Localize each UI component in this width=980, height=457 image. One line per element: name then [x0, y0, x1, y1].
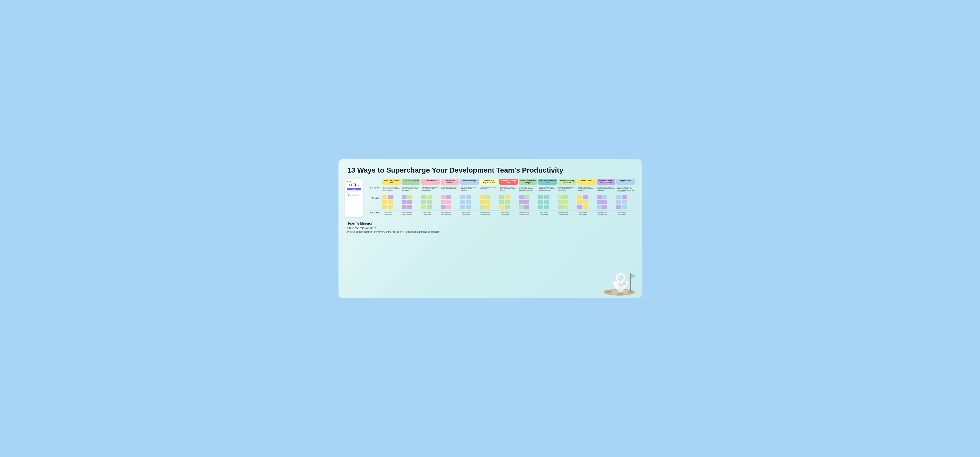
action-item[interactable]: + Add action item [422, 214, 439, 216]
sticky [441, 200, 445, 204]
action-item[interactable]: + Add action item [578, 214, 596, 216]
action-item[interactable]: + Add action item [383, 211, 401, 214]
action-item[interactable]: + Add action item [597, 214, 615, 216]
sticky [602, 195, 607, 199]
sticky [480, 200, 485, 204]
action-cell-3: + Add action item + Add action item [421, 211, 440, 216]
stickies-col-4 [441, 195, 459, 209]
sticky [616, 200, 621, 204]
action-item[interactable]: + Add action item [539, 211, 557, 214]
sticky [538, 200, 543, 204]
action-item[interactable]: + Add action item [617, 211, 635, 214]
sticky [505, 200, 510, 204]
helmet-shine [618, 275, 620, 277]
plus-icon: + [617, 211, 618, 214]
start-button[interactable]: Start [347, 188, 361, 190]
row-label-space [366, 179, 381, 185]
action-item[interactable]: + Add action item [519, 214, 537, 216]
sticky [622, 195, 627, 199]
astronaut-illustration [601, 251, 637, 296]
action-item[interactable]: + Add action item [558, 214, 576, 216]
desc-cell-3: Regularly clean up old, messy code to ke… [421, 186, 440, 193]
action-item[interactable]: + Add action item [441, 214, 459, 216]
action-item[interactable]: + Add action item [480, 211, 498, 214]
plus-icon: + [578, 211, 579, 214]
action-item[interactable]: + Add action item [519, 211, 537, 214]
action-cell-6: + Add action item + Add action item [480, 211, 498, 216]
sticky [446, 195, 451, 199]
action-cell-5: + Add action item + Add action item [460, 211, 479, 216]
action-cell-10: + Add action item + Add action item [558, 211, 576, 216]
add-member-text: 👤 Add team member [348, 195, 361, 196]
col-header-6: Break Down Dependencies [480, 179, 498, 185]
plus-icon: + [597, 214, 598, 216]
action-item[interactable]: + Add action item [558, 211, 576, 214]
plus-icon: + [500, 211, 501, 214]
action-item[interactable]: + Add action item [402, 211, 420, 214]
mission-section: Team's Mission State the mission here. P… [345, 222, 635, 233]
col-header-13: Align Priorities [616, 179, 635, 185]
main-content: ⏱ Timer 30 mins Start People 👤 Add team … [345, 179, 635, 217]
plus-icon: + [500, 214, 501, 216]
sticky [505, 195, 510, 199]
stickies-col-8 [519, 195, 538, 209]
outer-container: 13 Ways to Supercharge Your Development … [334, 155, 646, 302]
action-item[interactable]: + Add action item [461, 214, 479, 216]
col-header-8: Keep Documentation Simple [519, 179, 538, 185]
action-item[interactable]: + Add action item [422, 211, 439, 214]
description-row: Description Make sure everyone knows exa… [366, 186, 635, 193]
sticky [402, 195, 406, 199]
action-item[interactable]: + Add action item [500, 211, 517, 214]
action-item[interactable]: + Add action item [617, 214, 635, 216]
action-item[interactable]: + Add action item [461, 211, 479, 214]
action-item[interactable]: + Add action item [480, 214, 498, 216]
col-header-1: Clear Goals, Clear Path [382, 179, 401, 185]
action-cell-8: + Add action item + Add action item [519, 211, 538, 216]
close-dot [347, 181, 348, 182]
desc-cell-9: Minimize interruptions and distractions … [538, 186, 557, 193]
person-icon: 👤 [348, 195, 349, 196]
sticky [622, 200, 627, 204]
user-row: 👤 Add team member [347, 194, 361, 196]
action-cells: + Add action item + Add action item + Ad… [382, 211, 635, 216]
action-item[interactable]: + Add action item [441, 211, 459, 214]
action-item[interactable]: + Add action item [597, 211, 615, 214]
col-header-4: Speedy Code Reviews [441, 179, 459, 185]
action-cell-4: + Add action item + Add action item [441, 211, 459, 216]
action-cell-12: + Add action item + Add action item [597, 211, 616, 216]
sticky [485, 195, 490, 199]
action-item[interactable]: + Add action item [402, 214, 420, 216]
action-item[interactable]: + Add action item [578, 211, 596, 214]
sticky [441, 205, 445, 209]
col-header-3: Tackle Tech Debt [421, 179, 440, 185]
stickies-col-2 [402, 195, 420, 209]
stickies-col-12 [597, 195, 616, 209]
sticky [382, 195, 387, 199]
timer-value: 30 mins [347, 184, 361, 187]
action-item[interactable]: + Add action item [500, 214, 517, 216]
sticky [466, 205, 471, 209]
action-item[interactable]: + Add action item [539, 214, 557, 216]
sticky [577, 200, 582, 204]
finger-2 [613, 278, 614, 280]
stickies-col-13 [616, 195, 635, 209]
finger-1 [612, 279, 613, 280]
sticky [466, 200, 471, 204]
desc-cell-13: Clearly communicate and prioritize tasks… [616, 186, 635, 193]
desc-cell-6: Reduce reliance on others to avoid delay… [480, 186, 498, 193]
plus-icon: + [402, 214, 403, 216]
col-header-9: Protect Development Time [538, 179, 557, 185]
sticky [421, 195, 426, 199]
plus-icon: + [480, 211, 481, 214]
minimize-dot [348, 181, 350, 182]
action-item[interactable]: + Add action item [383, 214, 401, 216]
action-cell-9: + Add action item + Add action item [538, 211, 557, 216]
sticky [460, 200, 465, 204]
sticky [577, 195, 582, 199]
timer-section: ⏱ Timer 30 mins Start [347, 183, 361, 191]
sticky [583, 205, 588, 209]
description-cells: Make sure everyone knows exactly what th… [382, 186, 635, 193]
stickies-col-10 [558, 195, 576, 209]
sticky [563, 195, 568, 199]
desc-cell-7: Allocate sufficient time for testing to … [499, 186, 518, 193]
